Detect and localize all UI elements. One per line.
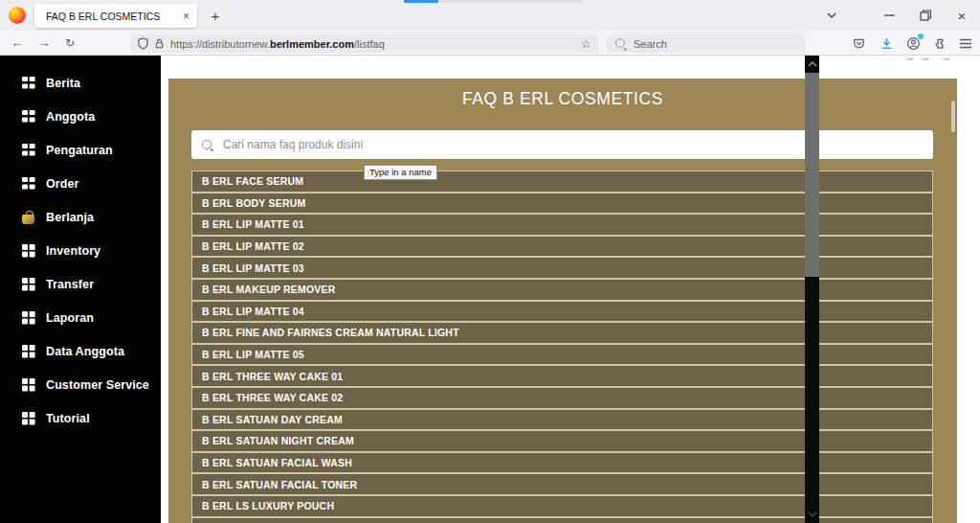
shield-icon[interactable] <box>138 37 148 50</box>
account-icon[interactable] <box>904 35 922 51</box>
faq-list-item[interactable]: B ERL SATUAN NIGHT CREAM <box>191 430 933 452</box>
sidebar: Berita Anggota Pengaturan Order <box>0 56 161 523</box>
faq-search-input[interactable]: Cari nama faq produk disini <box>191 130 933 159</box>
scroll-up-icon[interactable] <box>805 57 819 72</box>
faq-item-label: B ERL LIP MATTE 03 <box>202 262 304 274</box>
download-icon[interactable] <box>878 35 895 51</box>
browser-search-placeholder: Search <box>634 38 667 50</box>
top-edge-artifact-blue <box>404 0 438 3</box>
faq-list-item[interactable]: B ERL THREE WAY CAKE 01 <box>191 365 933 387</box>
sidebar-item-label: Tutorial <box>46 412 90 425</box>
tab-list-chevron-icon[interactable] <box>813 0 850 31</box>
faq-item-label: B ERL SATUAN FACIAL TONER <box>202 479 357 490</box>
scroll-down-icon[interactable] <box>805 507 819 522</box>
firefox-logo-icon[interactable] <box>9 7 26 24</box>
search-tooltip: Type in a name <box>364 165 437 180</box>
back-button[interactable]: ← <box>9 35 26 51</box>
close-button[interactable]: × <box>944 0 980 31</box>
browser-window: FAQ B ERL COSMETICS × + × ← → ↻ <box>0 0 980 523</box>
faq-search-placeholder: Cari nama faq produk disini <box>223 138 363 151</box>
sidebar-item[interactable]: Berita <box>0 66 161 100</box>
grid-icon <box>21 277 36 292</box>
faq-item-label: B ERL SATUAN NIGHT CREAM <box>202 435 354 446</box>
page-content: FAQ B ERL COSMETICS Cari nama faq produk… <box>161 56 966 523</box>
grid-icon <box>21 377 36 393</box>
grid-icon <box>21 76 36 91</box>
faq-list-item[interactable]: B ERL LIP MATTE 01 <box>191 214 933 236</box>
restore-button[interactable] <box>907 0 944 31</box>
faq-list-item[interactable]: B ERL MAKEUP REMOVER <box>191 279 933 301</box>
page-viewport: Berita Anggota Pengaturan Order <box>0 56 980 523</box>
window-controls: × <box>813 0 980 31</box>
sidebar-item[interactable]: Anggota <box>0 100 161 133</box>
sidebar-item[interactable]: Transfer <box>0 268 161 302</box>
faq-list-item[interactable]: B ERL FINE AND FAIRNES CREAM NATURAL LIG… <box>191 322 933 344</box>
sidebar-item[interactable]: Tutorial <box>0 402 161 436</box>
sidebar-item-label: Transfer <box>46 278 94 291</box>
faq-list-item[interactable]: B ERL BODY SERUM <box>191 193 933 215</box>
shopping-bag-icon <box>21 210 36 225</box>
search-icon <box>201 139 213 151</box>
faq-panel: FAQ B ERL COSMETICS Cari nama faq produk… <box>168 79 957 523</box>
address-bar[interactable]: https://distributornew.berlmember.com/li… <box>130 34 599 53</box>
sidebar-item-label: Laporan <box>46 311 94 325</box>
sidebar-item-label: Customer Service <box>46 378 149 392</box>
reload-button[interactable]: ↻ <box>61 35 78 51</box>
faq-list-item[interactable]: B ERL SATUAN FACIAL WASH <box>191 452 933 474</box>
sidebar-item-label: Pengaturan <box>46 144 113 157</box>
clipped-page-glyph <box>906 56 914 60</box>
sidebar-item-label: Berita <box>46 77 80 90</box>
faq-item-label: B ERL SATUAN DAY CREAM <box>202 414 343 425</box>
browser-scrollbar[interactable] <box>805 56 819 523</box>
faq-item-label: B ERL SATUAN FACIAL WASH <box>202 457 352 468</box>
sidebar-item[interactable]: Order <box>0 167 161 200</box>
pocket-icon[interactable] <box>850 35 867 51</box>
page-inner-scrollbar-thumb[interactable] <box>951 101 955 132</box>
forward-button[interactable]: → <box>35 35 53 51</box>
faq-list-item[interactable]: B ERL LIP MATTE 05 <box>191 344 933 366</box>
sidebar-item[interactable]: Berlanja <box>0 200 161 234</box>
browser-scrollbar-thumb[interactable] <box>805 73 819 277</box>
grid-icon <box>21 310 36 326</box>
faq-list-item[interactable]: B ERL FACE SERUM <box>191 171 933 193</box>
bookmark-star-icon[interactable]: ☆ <box>581 36 591 51</box>
sidebar-item[interactable]: Pengaturan <box>0 133 161 167</box>
faq-list-item[interactable]: B ERL LIP MATTE 02 <box>191 236 933 258</box>
sidebar-item-label: Anggota <box>46 110 95 124</box>
faq-item-label: B ERL BODY SERUM <box>202 197 305 209</box>
browser-search-bar[interactable]: Search <box>607 34 806 53</box>
clipped-page-glyph <box>943 56 950 60</box>
sidebar-item-label: Berlanja <box>46 211 94 224</box>
faq-item-label: B ERL FINE AND FAIRNES CREAM NATURAL LIG… <box>202 327 459 338</box>
new-tab-button[interactable]: + <box>205 5 226 26</box>
faq-list-item[interactable]: B ERL THREE WAY CAKE 02 <box>191 387 933 409</box>
minimize-button[interactable] <box>871 0 907 31</box>
lock-icon[interactable] <box>154 37 165 50</box>
clipped-page-glyph <box>922 56 929 60</box>
faq-list-item[interactable]: B ERL LIP TREATMENT MINSASOOL <box>191 517 933 523</box>
menu-hamburger-icon[interactable] <box>957 35 974 51</box>
sidebar-item[interactable]: Inventory <box>0 234 161 267</box>
search-icon <box>614 37 627 50</box>
faq-list-item[interactable]: B ERL LIP MATTE 04 <box>191 301 933 323</box>
extensions-puzzle-icon[interactable] <box>931 35 948 51</box>
browser-titlebar: FAQ B ERL COSMETICS × + × <box>0 0 980 31</box>
grid-icon <box>21 344 36 359</box>
page-title: FAQ B ERL COSMETICS <box>168 89 957 109</box>
sidebar-item[interactable]: Customer Service <box>0 369 161 402</box>
grid-icon <box>21 109 36 125</box>
sidebar-item-label: Order <box>46 177 79 191</box>
account-notification-badge <box>918 34 924 39</box>
faq-list-item[interactable]: B ERL SATUAN FACIAL TONER <box>191 473 933 495</box>
faq-list-item[interactable]: B ERL LIP MATTE 03 <box>191 257 933 279</box>
faq-item-label: B ERL LS LUXURY POUCH <box>202 500 334 512</box>
faq-list-item[interactable]: B ERL SATUAN DAY CREAM <box>191 409 933 431</box>
browser-tab[interactable]: FAQ B ERL COSMETICS × <box>34 4 197 28</box>
tab-close-icon[interactable]: × <box>177 10 189 23</box>
sidebar-item-label: Inventory <box>46 244 100 258</box>
faq-list-item[interactable]: B ERL LS LUXURY POUCH <box>191 495 933 517</box>
sidebar-item[interactable]: Laporan <box>0 302 161 335</box>
url-text: https://distributornew.berlmember.com/li… <box>170 38 575 50</box>
sidebar-item[interactable]: Data Anggota <box>0 335 161 369</box>
sidebar-item-label: Data Anggota <box>46 345 124 358</box>
